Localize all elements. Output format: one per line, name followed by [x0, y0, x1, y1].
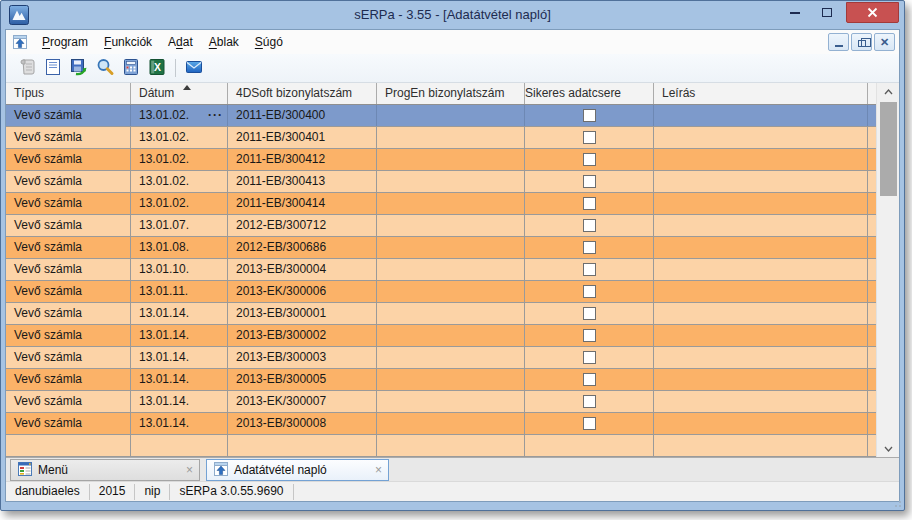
cell-progen-bizonylatszam: [377, 259, 525, 280]
toolbar-scroll-log-button[interactable]: [14, 56, 40, 80]
mdi-close-button[interactable]: ✕: [874, 33, 895, 51]
table-row[interactable]: Vevő számla13.01.14.2013-EB/300002: [6, 325, 899, 347]
cell-4dsoft-bizonylatszam: 2011-EB/300414: [228, 193, 377, 214]
menu-window-icon: [17, 461, 33, 480]
table-row[interactable]: Vevő számla13.01.02.2011-EB/300412: [6, 149, 899, 171]
toolbar-calculator-button[interactable]: [118, 56, 144, 80]
cell-datum: 13.01.14.: [131, 369, 228, 390]
sikeres-checkbox[interactable]: [583, 285, 596, 298]
menu-item-adat[interactable]: Adat: [160, 35, 201, 49]
sikeres-checkbox[interactable]: [583, 109, 596, 122]
mdi-restore-button[interactable]: [851, 33, 872, 51]
cell-sikeres-adatcsere: [525, 259, 654, 280]
date-editor-ellipsis-button[interactable]: ···: [208, 105, 223, 126]
sikeres-checkbox[interactable]: [583, 131, 596, 144]
titlebar[interactable]: sERPa - 3.55 - [Adatátvétel napló]: [1, 1, 904, 29]
cell-4dsoft-bizonylatszam: 2011-EB/300412: [228, 149, 377, 170]
cell-leiras: [654, 281, 868, 302]
sikeres-checkbox[interactable]: [583, 175, 596, 188]
tab-close-icon[interactable]: ×: [375, 464, 382, 476]
scroll-down-button[interactable]: [877, 440, 900, 457]
cell-4dsoft-bizonylatszam: 2013-EK/300006: [228, 281, 377, 302]
uparrow-window-icon: [213, 461, 229, 480]
table-row[interactable]: Vevő számla13.01.02.···2011-EB/300400: [6, 105, 899, 127]
cell-leiras: [654, 347, 868, 368]
sikeres-checkbox[interactable]: [583, 219, 596, 232]
cell-sikeres-adatcsere: [525, 149, 654, 170]
sikeres-checkbox[interactable]: [583, 263, 596, 276]
menu-item-program[interactable]: Program: [34, 35, 96, 49]
menu-item-funkciók[interactable]: Funkciók: [96, 35, 160, 49]
menu-item-súgó[interactable]: Súgó: [247, 35, 291, 49]
cell-progen-bizonylatszam: [377, 237, 525, 258]
sikeres-checkbox[interactable]: [583, 153, 596, 166]
table-row[interactable]: Vevő számla13.01.07.2012-EB/300712: [6, 215, 899, 237]
scroll-up-button[interactable]: [877, 83, 900, 100]
table-row-empty[interactable]: [6, 435, 899, 457]
sikeres-checkbox[interactable]: [583, 307, 596, 320]
tab-close-icon[interactable]: ×: [186, 464, 193, 476]
maximize-button[interactable]: [812, 2, 842, 23]
column-header-2[interactable]: Dátum: [131, 83, 228, 104]
column-header-1[interactable]: Típus: [6, 83, 131, 104]
scroll-thumb[interactable]: [880, 102, 897, 196]
cell-4dsoft-bizonylatszam: 2013-EB/300003: [228, 347, 377, 368]
tab-adat-tv-tel-napl-[interactable]: Adatátvétel napló×: [206, 459, 389, 481]
column-header-5[interactable]: Sikeres adatcsere: [525, 83, 654, 104]
toolbar-search-button[interactable]: [92, 56, 118, 80]
tab-label: Adatátvétel napló: [234, 463, 327, 477]
sikeres-checkbox[interactable]: [583, 373, 596, 386]
column-header-6[interactable]: Leírás: [654, 83, 868, 104]
cell-leiras: [654, 193, 868, 214]
sikeres-checkbox[interactable]: [583, 241, 596, 254]
tab-men-[interactable]: Menü×: [10, 459, 200, 481]
close-button[interactable]: [846, 2, 899, 23]
table-row[interactable]: Vevő számla13.01.14.2013-EB/300001: [6, 303, 899, 325]
cell-progen-bizonylatszam: [377, 435, 525, 456]
table-row[interactable]: Vevő számla13.01.02.2011-EB/300401: [6, 127, 899, 149]
cell-datum: 13.01.02.: [131, 127, 228, 148]
cell-datum: 13.01.02.: [131, 193, 228, 214]
status-item: 2015: [90, 481, 135, 502]
cell-tipus: Vevő számla: [6, 237, 131, 258]
table-row[interactable]: Vevő számla13.01.11.2013-EK/300006: [6, 281, 899, 303]
toolbar-save-export-button[interactable]: [66, 56, 92, 80]
sikeres-checkbox[interactable]: [583, 197, 596, 210]
menu-item-ablak[interactable]: Ablak: [201, 35, 247, 49]
mdi-minimize-button[interactable]: [828, 33, 849, 51]
cell-datum: 13.01.14.: [131, 391, 228, 412]
toolbar-mail-button[interactable]: [181, 56, 207, 80]
cell-sikeres-adatcsere: [525, 215, 654, 236]
table-row[interactable]: Vevő számla13.01.14.2013-EB/300005: [6, 369, 899, 391]
cell-datum: 13.01.14.: [131, 347, 228, 368]
table-row[interactable]: Vevő számla13.01.10.2013-EB/300004: [6, 259, 899, 281]
statusbar: danubiaeles2015nipsERPa 3.0.55.9690: [6, 481, 899, 501]
chevron-up-icon: [884, 89, 893, 95]
sikeres-checkbox[interactable]: [583, 395, 596, 408]
mdi-close-icon: ✕: [880, 37, 889, 48]
column-header-4[interactable]: ProgEn bizonylatszám: [377, 83, 525, 104]
cell-4dsoft-bizonylatszam: 2013-EB/300002: [228, 325, 377, 346]
vertical-scrollbar[interactable]: [876, 83, 899, 457]
table-row[interactable]: Vevő számla13.01.14.2013-EK/300007: [6, 391, 899, 413]
sikeres-checkbox[interactable]: [583, 417, 596, 430]
minimize-button[interactable]: [780, 2, 810, 23]
sikeres-checkbox[interactable]: [583, 329, 596, 342]
cell-sikeres-adatcsere: [525, 435, 654, 456]
toolbar-document-button[interactable]: [40, 56, 66, 80]
table-row[interactable]: Vevő számla13.01.02.2011-EB/300414: [6, 193, 899, 215]
cell-tipus: [6, 435, 131, 456]
table-row[interactable]: Vevő számla13.01.08.2012-EB/300686: [6, 237, 899, 259]
cell-progen-bizonylatszam: [377, 303, 525, 324]
resize-grip[interactable]: [892, 498, 902, 508]
cell-sikeres-adatcsere: [525, 105, 654, 126]
cell-tipus: Vevő számla: [6, 369, 131, 390]
table-row[interactable]: Vevő számla13.01.14.2013-EB/300008: [6, 413, 899, 435]
table-row[interactable]: Vevő számla13.01.02.2011-EB/300413: [6, 171, 899, 193]
cell-progen-bizonylatszam: [377, 149, 525, 170]
cell-4dsoft-bizonylatszam: 2012-EB/300712: [228, 215, 377, 236]
column-header-3[interactable]: 4DSoft bizonylatszám: [228, 83, 377, 104]
toolbar-excel-button[interactable]: X: [144, 56, 170, 80]
sikeres-checkbox[interactable]: [583, 351, 596, 364]
table-row[interactable]: Vevő számla13.01.14.2013-EB/300003: [6, 347, 899, 369]
